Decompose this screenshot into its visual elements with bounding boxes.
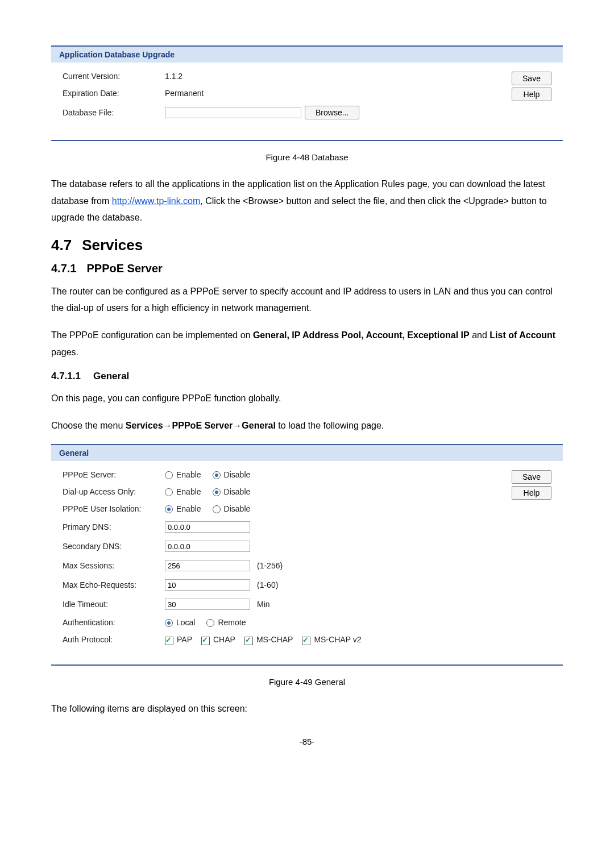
auth-chap-checkbox[interactable]: CHAP bbox=[201, 635, 235, 644]
dial-up-enable-radio[interactable]: Enable bbox=[165, 487, 201, 496]
isolation-disable-radio[interactable]: Disable bbox=[213, 504, 251, 513]
secondary-dns-input[interactable] bbox=[165, 541, 250, 552]
idle-timeout-row: Idle Timeout: Min bbox=[63, 599, 500, 610]
max-echo-input[interactable] bbox=[165, 579, 250, 591]
idle-timeout-input[interactable] bbox=[165, 599, 250, 610]
isolation-enable-radio[interactable]: Enable bbox=[165, 504, 201, 513]
authentication-label: Authentication: bbox=[63, 618, 165, 627]
general-panel: General PPPoE Server: Enable Disable Dia… bbox=[51, 444, 563, 666]
radio-icon bbox=[213, 488, 221, 496]
auth-mschapv2-checkbox[interactable]: MS-CHAP v2 bbox=[302, 635, 361, 644]
database-file-row: Database File: Browse... bbox=[63, 106, 500, 119]
secondary-dns-label: Secondary DNS: bbox=[63, 542, 165, 551]
authentication-row: Authentication: Local Remote bbox=[63, 618, 500, 627]
auth-mschap-checkbox[interactable]: MS-CHAP bbox=[244, 635, 293, 644]
secondary-dns-row: Secondary DNS: bbox=[63, 541, 500, 552]
idle-timeout-hint: Min bbox=[257, 600, 270, 609]
help-button[interactable]: Help bbox=[512, 88, 551, 101]
radio-icon bbox=[165, 488, 173, 496]
max-sessions-row: Max Sessions: (1-256) bbox=[63, 560, 500, 571]
expiration-date-value: Permanent bbox=[165, 89, 204, 98]
radio-icon bbox=[165, 505, 173, 513]
auth-remote-radio[interactable]: Remote bbox=[206, 618, 246, 627]
database-upgrade-panel: Application Database Upgrade Current Ver… bbox=[51, 45, 563, 141]
auth-protocol-row: Auth Protocol: PAP CHAP MS-CHAP MS-CHAP … bbox=[63, 635, 500, 644]
max-echo-label: Max Echo-Requests: bbox=[63, 580, 165, 589]
current-version-label: Current Version: bbox=[63, 72, 165, 81]
max-echo-row: Max Echo-Requests: (1-60) bbox=[63, 579, 500, 591]
tp-link-url[interactable]: http://www.tp-link.com bbox=[112, 196, 201, 206]
pppoe-server-enable-radio[interactable]: Enable bbox=[165, 470, 201, 479]
radio-icon bbox=[165, 619, 173, 627]
auth-pap-checkbox[interactable]: PAP bbox=[165, 635, 192, 644]
radio-icon bbox=[165, 471, 173, 479]
radio-icon bbox=[206, 619, 214, 627]
max-sessions-label: Max Sessions: bbox=[63, 561, 165, 570]
primary-dns-row: Primary DNS: bbox=[63, 521, 500, 533]
pppoe-server-disable-radio[interactable]: Disable bbox=[213, 470, 251, 479]
radio-icon bbox=[213, 471, 221, 479]
isolation-label: PPPoE User Isolation: bbox=[63, 504, 165, 513]
pppoe-paragraph-2: The PPPoE configuration can be implement… bbox=[51, 327, 563, 360]
checkbox-icon bbox=[244, 637, 253, 645]
radio-icon bbox=[213, 505, 221, 513]
expiration-date-row: Expiration Date: Permanent bbox=[63, 89, 500, 98]
max-sessions-hint: (1-256) bbox=[257, 561, 283, 570]
figure-caption-48: Figure 4-48 Database bbox=[51, 152, 563, 162]
help-button-2[interactable]: Help bbox=[512, 486, 551, 500]
checkbox-icon bbox=[165, 637, 173, 645]
general-paragraph-1: On this page, you can configure PPPoE fu… bbox=[51, 390, 563, 407]
checkbox-icon bbox=[201, 637, 210, 645]
max-echo-hint: (1-60) bbox=[257, 580, 278, 589]
panel2-title: General bbox=[51, 445, 563, 461]
browse-button[interactable]: Browse... bbox=[305, 106, 359, 119]
services-heading: 4.7Services bbox=[51, 236, 563, 254]
pppoe-server-row: PPPoE Server: Enable Disable bbox=[63, 470, 500, 479]
dial-up-label: Dial-up Access Only: bbox=[63, 487, 165, 496]
panel-title: Application Database Upgrade bbox=[51, 47, 563, 63]
save-button[interactable]: Save bbox=[512, 72, 551, 85]
primary-dns-input[interactable] bbox=[165, 521, 250, 533]
items-paragraph: The following items are displayed on thi… bbox=[51, 700, 563, 717]
current-version-value: 1.1.2 bbox=[165, 72, 182, 81]
expiration-date-label: Expiration Date: bbox=[63, 89, 165, 98]
database-file-input[interactable] bbox=[165, 107, 301, 118]
dial-up-row: Dial-up Access Only: Enable Disable bbox=[63, 487, 500, 496]
checkbox-icon bbox=[302, 637, 310, 645]
dial-up-disable-radio[interactable]: Disable bbox=[213, 487, 251, 496]
pppoe-server-heading: 4.7.1PPPoE Server bbox=[51, 262, 563, 275]
general-heading: 4.7.1.1General bbox=[51, 371, 563, 382]
idle-timeout-label: Idle Timeout: bbox=[63, 600, 165, 609]
save-button-2[interactable]: Save bbox=[512, 470, 551, 484]
auth-local-radio[interactable]: Local bbox=[165, 618, 195, 627]
pppoe-paragraph-1: The router can be configured as a PPPoE … bbox=[51, 283, 563, 317]
figure-caption-49: Figure 4-49 General bbox=[51, 677, 563, 687]
general-paragraph-2: Choose the menu Services→PPPoE Server→Ge… bbox=[51, 417, 563, 434]
database-file-label: Database File: bbox=[63, 108, 165, 117]
primary-dns-label: Primary DNS: bbox=[63, 522, 165, 531]
isolation-row: PPPoE User Isolation: Enable Disable bbox=[63, 504, 500, 513]
page-number: -85- bbox=[51, 737, 563, 746]
max-sessions-input[interactable] bbox=[165, 560, 250, 571]
current-version-row: Current Version: 1.1.2 bbox=[63, 72, 500, 81]
pppoe-server-label: PPPoE Server: bbox=[63, 470, 165, 479]
auth-protocol-label: Auth Protocol: bbox=[63, 635, 165, 644]
database-paragraph: The database refers to all the applicati… bbox=[51, 176, 563, 226]
